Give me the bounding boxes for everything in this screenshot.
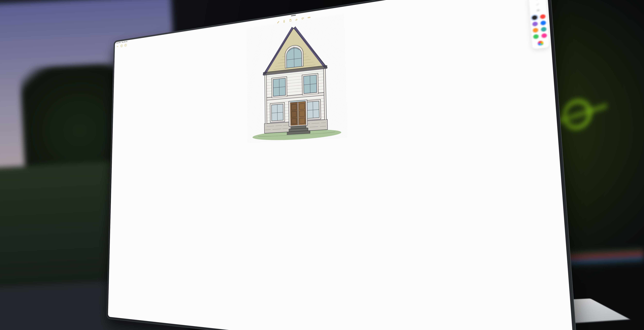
more-colors-button[interactable] bbox=[538, 40, 544, 46]
multitask-indicator-icon[interactable] bbox=[291, 15, 296, 16]
palette-tool-2-icon[interactable] bbox=[535, 2, 540, 6]
svg-rect-5 bbox=[308, 17, 310, 18]
note-canvas[interactable] bbox=[108, 0, 575, 330]
color-swatches bbox=[532, 14, 547, 39]
svg-point-4 bbox=[302, 17, 304, 19]
photo-scene: 2:28 PM Thu Oct 31 bbox=[0, 0, 644, 330]
swatch-blue[interactable] bbox=[540, 20, 546, 25]
svg-point-79 bbox=[537, 9, 540, 11]
house-sketch bbox=[247, 14, 348, 143]
swatch-purple[interactable] bbox=[532, 21, 538, 26]
svg-rect-77 bbox=[247, 14, 348, 143]
handwriting-button[interactable]: ✎ bbox=[124, 44, 127, 47]
swatch-green[interactable] bbox=[533, 34, 539, 39]
color-palette[interactable] bbox=[529, 0, 549, 49]
status-date: Thu Oct 31 bbox=[122, 41, 128, 43]
undo-button[interactable] bbox=[116, 45, 119, 48]
background-logo-ring bbox=[561, 96, 593, 133]
ipad-device: 2:28 PM Thu Oct 31 bbox=[106, 0, 579, 330]
palette-tool-3-icon[interactable] bbox=[536, 8, 541, 12]
swatch-red[interactable] bbox=[540, 14, 546, 19]
swatch-magenta[interactable] bbox=[541, 33, 547, 38]
ipad-screen: 2:28 PM Thu Oct 31 bbox=[108, 0, 575, 330]
status-time: 2:28 PM bbox=[116, 42, 120, 44]
svg-rect-3 bbox=[284, 20, 284, 22]
palette-tool-1-icon[interactable] bbox=[535, 0, 540, 1]
swatch-black[interactable] bbox=[532, 15, 537, 20]
swatch-teal[interactable] bbox=[541, 27, 546, 32]
redo-button[interactable]: ↻ bbox=[120, 44, 123, 47]
swatch-orange[interactable] bbox=[533, 28, 538, 33]
